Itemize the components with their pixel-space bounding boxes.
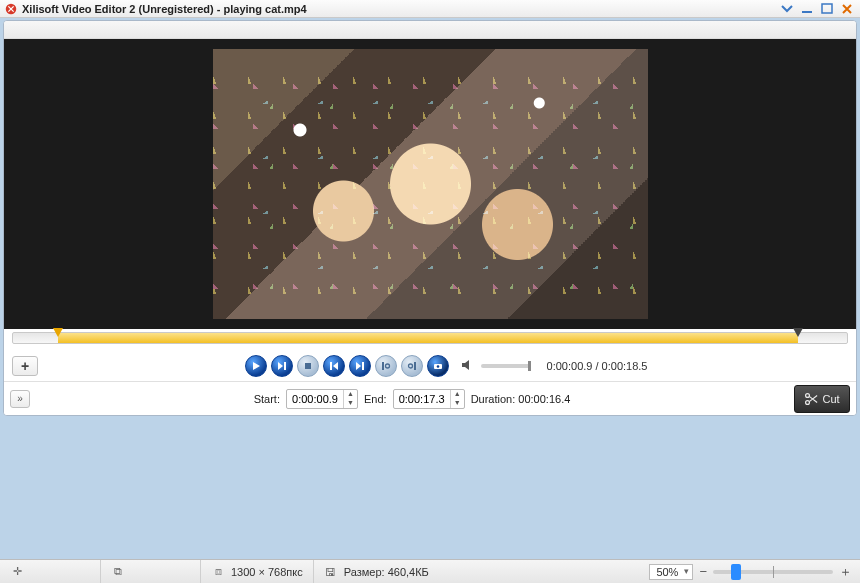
crosshair-icon: ✛	[10, 565, 24, 578]
volume-icon[interactable]	[461, 359, 475, 374]
file-size: Размер: 460,4КБ	[344, 566, 429, 578]
skip-forward-button[interactable]	[349, 355, 371, 377]
zoom-out-button[interactable]: −	[699, 564, 707, 579]
end-label: End:	[364, 393, 387, 405]
end-time-stepper[interactable]: ▲▼	[450, 390, 464, 408]
start-label: Start:	[254, 393, 280, 405]
add-clip-button[interactable]: +	[12, 356, 38, 376]
start-time-input[interactable]: ▲▼	[286, 389, 358, 409]
zoom-value: 50%	[656, 566, 678, 578]
toolbar-strip	[4, 21, 856, 39]
end-time-field[interactable]	[394, 393, 450, 405]
zoom-slider[interactable]	[713, 570, 833, 574]
video-preview-area	[4, 39, 856, 329]
svg-rect-6	[362, 362, 364, 370]
cut-parameters-row: » Start: ▲▼ End: ▲▼ Duration: 00:00:16.4…	[4, 381, 856, 415]
play-button[interactable]	[245, 355, 267, 377]
time-readout: 0:00:00.9 / 0:00:18.5	[547, 360, 648, 372]
filesize-icon: 🖫	[324, 566, 338, 578]
minimize-to-tray-button[interactable]	[778, 2, 796, 16]
maximize-button[interactable]	[818, 2, 836, 16]
svg-rect-1	[802, 11, 812, 13]
zoom-controls: 50% − ＋	[641, 563, 860, 581]
timeline-selection[interactable]	[58, 333, 798, 343]
desktop-background	[0, 416, 860, 539]
svg-rect-7	[382, 362, 384, 370]
skip-back-button[interactable]	[323, 355, 345, 377]
window-title: Xilisoft Video Editor 2 (Unregistered) -…	[22, 3, 778, 15]
status-bar: ✛ ⧉ ⧈ 1300 × 768пкс 🖫 Размер: 460,4КБ 50…	[0, 559, 860, 583]
zoom-in-button[interactable]: ＋	[839, 563, 852, 581]
svg-rect-10	[414, 362, 416, 370]
image-dimensions: 1300 × 768пкс	[231, 566, 303, 578]
start-time-stepper[interactable]: ▲▼	[343, 390, 357, 408]
dimensions-icon: ⧈	[211, 565, 225, 578]
duration-label: Duration: 00:00:16.4	[471, 393, 571, 405]
timeline-start-marker[interactable]	[53, 328, 63, 337]
stop-button[interactable]	[297, 355, 319, 377]
expand-segments-button[interactable]: »	[10, 390, 30, 408]
selection-icon: ⧉	[111, 565, 125, 578]
end-time-input[interactable]: ▲▼	[393, 389, 465, 409]
cut-button-label: Cut	[822, 393, 839, 405]
svg-point-14	[806, 400, 810, 404]
minimize-button[interactable]	[798, 2, 816, 16]
svg-rect-3	[284, 362, 286, 370]
app-icon	[4, 2, 18, 16]
editor-window: +	[3, 20, 857, 416]
svg-point-12	[436, 365, 439, 368]
next-frame-button[interactable]	[271, 355, 293, 377]
svg-rect-2	[822, 4, 832, 13]
snapshot-button[interactable]	[427, 355, 449, 377]
mark-out-button[interactable]	[401, 355, 423, 377]
window-titlebar: Xilisoft Video Editor 2 (Unregistered) -…	[0, 0, 860, 18]
timeline-end-marker[interactable]	[793, 328, 803, 337]
volume-slider[interactable]	[481, 364, 531, 368]
svg-point-8	[385, 364, 389, 368]
svg-point-13	[806, 393, 810, 397]
transport-controls	[245, 355, 449, 377]
svg-rect-5	[330, 362, 332, 370]
timeline[interactable]	[4, 329, 856, 351]
cut-button[interactable]: Cut	[794, 385, 850, 413]
close-button[interactable]	[838, 2, 856, 16]
timeline-track[interactable]	[12, 332, 848, 344]
zoom-dropdown[interactable]: 50%	[649, 564, 693, 580]
start-time-field[interactable]	[287, 393, 343, 405]
svg-point-9	[408, 364, 412, 368]
svg-rect-4	[305, 363, 311, 369]
mark-in-button[interactable]	[375, 355, 397, 377]
video-frame[interactable]	[213, 49, 648, 319]
transport-row: +	[4, 351, 856, 381]
scissors-icon	[804, 392, 818, 406]
